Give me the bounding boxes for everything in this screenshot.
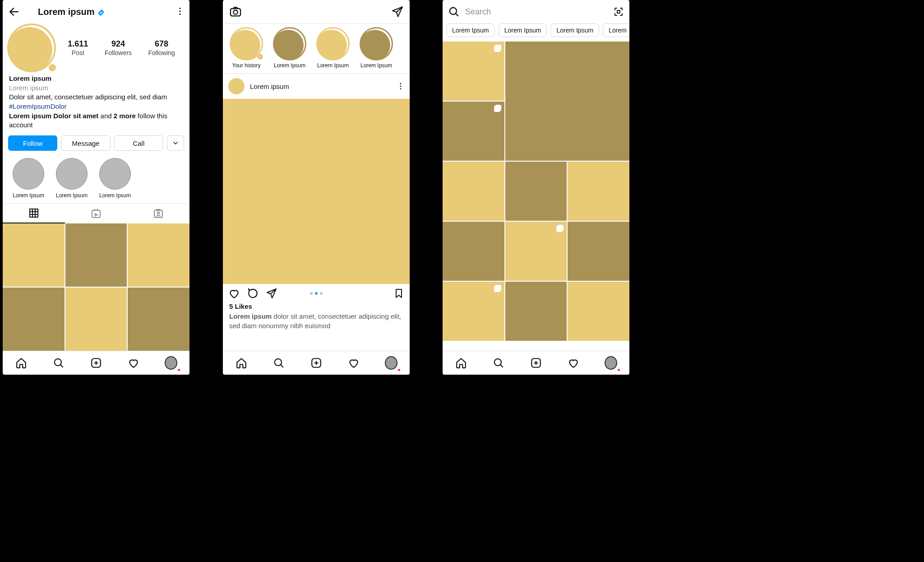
plus-square-icon <box>310 357 322 369</box>
follow-button[interactable]: Follow <box>8 135 57 151</box>
avatar-icon <box>165 356 177 370</box>
explore-tile[interactable] <box>443 222 504 281</box>
profile-bio: Dolor sit amet, consectetuer adipiscing … <box>9 93 183 111</box>
explore-tile[interactable] <box>443 42 504 101</box>
camera-button[interactable] <box>229 5 242 18</box>
nav-activity[interactable] <box>347 357 360 369</box>
tab-reels[interactable] <box>65 204 127 223</box>
nav-search[interactable] <box>52 357 65 369</box>
nav-home[interactable] <box>455 357 467 369</box>
dot-icon <box>315 292 318 295</box>
scan-button[interactable] <box>613 6 624 17</box>
post-header: Lorem ipsum <box>223 74 410 99</box>
svg-point-20 <box>400 88 402 89</box>
nav-search[interactable] <box>492 357 505 369</box>
call-button[interactable]: Call <box>114 135 163 151</box>
post-author-name[interactable]: Lorem ipsum <box>250 83 289 90</box>
likes-count[interactable]: 5 Likes <box>229 302 403 311</box>
nav-create[interactable] <box>530 357 542 369</box>
kebab-menu-icon[interactable] <box>175 6 185 16</box>
post-thumb[interactable] <box>65 288 127 351</box>
comment-button[interactable] <box>247 288 259 299</box>
explore-tile[interactable] <box>568 222 629 281</box>
svg-rect-3 <box>30 209 38 217</box>
bio-hashtag[interactable]: #LoremIpsumDolor <box>9 102 67 110</box>
followers-count: 924 <box>111 39 125 48</box>
svg-point-0 <box>179 8 180 9</box>
post-thumb[interactable] <box>3 288 65 351</box>
stat-followers[interactable]: 924 Followers <box>105 39 132 57</box>
explore-tile[interactable] <box>505 222 567 281</box>
story-item[interactable]: Lorem Ipsum <box>355 28 398 69</box>
story-item[interactable]: Lorem Ipsum <box>311 28 355 69</box>
story-your-history[interactable]: Your history <box>225 28 268 69</box>
highlight-item[interactable]: Lorem Ipsum <box>54 158 89 199</box>
profile-header: Lorem ipsum <box>3 0 189 23</box>
profile-category: Lorem ipsum <box>9 84 183 93</box>
save-button[interactable] <box>393 288 404 299</box>
svg-point-2 <box>179 14 180 15</box>
profile-username: Lorem ipsum <box>38 7 95 17</box>
tab-grid[interactable] <box>3 204 65 223</box>
nav-home[interactable] <box>15 357 28 369</box>
messages-button[interactable] <box>392 6 403 18</box>
kebab-menu-icon <box>396 82 405 91</box>
svg-line-22 <box>281 365 283 367</box>
search-input[interactable]: Search <box>465 7 608 17</box>
search-button[interactable] <box>448 6 460 18</box>
profile-avatar[interactable] <box>9 25 54 70</box>
svg-line-30 <box>501 365 503 367</box>
nav-create[interactable] <box>90 357 102 369</box>
post-author-avatar[interactable] <box>228 78 245 94</box>
nav-search[interactable] <box>273 357 285 369</box>
chip[interactable]: Lorem Ipsum <box>550 23 599 37</box>
followed-by[interactable]: Lorem ipsum Dolor sit amet and 2 more fo… <box>9 111 183 130</box>
stat-posts[interactable]: 1.611 Post <box>68 39 88 57</box>
tab-tagged[interactable] <box>127 204 189 223</box>
chip[interactable]: Lorem <box>603 23 629 37</box>
highlight-item[interactable]: Lorem Ipsum <box>11 158 46 199</box>
stat-following[interactable]: 678 Following <box>148 39 175 57</box>
explore-tile[interactable] <box>568 162 629 221</box>
post-thumb[interactable] <box>3 223 65 287</box>
story-item[interactable]: Lorem Ipsum <box>268 28 311 69</box>
explore-tile[interactable] <box>505 162 567 221</box>
svg-line-12 <box>61 365 63 367</box>
post-image[interactable] <box>223 99 410 284</box>
nav-activity[interactable] <box>567 357 580 369</box>
back-icon[interactable] <box>8 6 20 18</box>
explore-tile-large[interactable] <box>505 42 629 161</box>
explore-tile[interactable] <box>443 282 504 341</box>
caption-user[interactable]: Lorem ipsum <box>229 312 272 320</box>
plus-square-icon <box>530 357 542 369</box>
chip[interactable]: Lorem Ipsum <box>446 23 495 37</box>
carousel-indicator <box>310 292 323 295</box>
post-thumb[interactable] <box>128 288 189 351</box>
explore-tile[interactable] <box>443 102 504 161</box>
nav-home[interactable] <box>235 357 248 369</box>
explore-screen: Search Lorem Ipsum Lorem Ipsum Lorem Ips… <box>443 0 629 375</box>
heart-icon <box>228 288 240 299</box>
nav-profile[interactable] <box>605 357 617 369</box>
explore-tile[interactable] <box>568 282 629 341</box>
like-button[interactable] <box>228 288 240 299</box>
post-thumb[interactable] <box>128 223 189 287</box>
chip[interactable]: Lorem Ipsum <box>499 23 547 37</box>
posts-count: 1.611 <box>68 39 88 48</box>
explore-tile[interactable] <box>443 162 504 221</box>
nav-activity[interactable] <box>127 357 140 369</box>
feed-header <box>223 0 410 23</box>
explore-tile[interactable] <box>505 282 567 341</box>
chevron-down-icon <box>172 139 179 147</box>
nav-create[interactable] <box>310 357 323 369</box>
suggestions-button[interactable] <box>167 135 184 151</box>
post-thumb[interactable] <box>65 223 127 287</box>
story-label: Lorem Ipsum <box>274 62 305 69</box>
post-menu-button[interactable] <box>396 82 405 91</box>
nav-profile[interactable] <box>165 357 177 369</box>
highlight-item[interactable]: Lorem Ipsum <box>97 158 133 199</box>
share-button[interactable] <box>266 288 277 299</box>
nav-profile[interactable] <box>385 357 397 369</box>
explore-grid <box>443 42 629 351</box>
message-button[interactable]: Message <box>61 135 110 151</box>
